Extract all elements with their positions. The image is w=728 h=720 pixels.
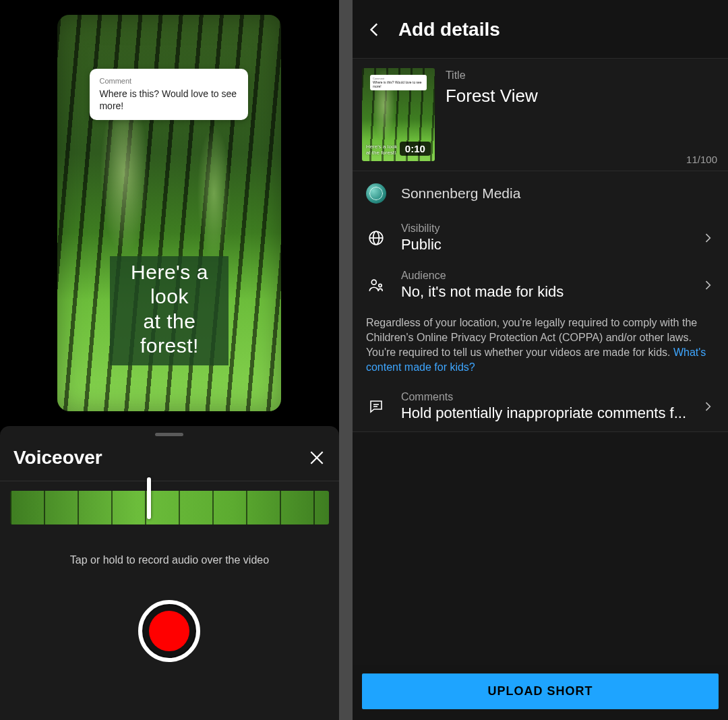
account-name: Sonnenberg Media — [401, 185, 520, 202]
upload-short-button[interactable]: UPLOAD SHORT — [362, 673, 719, 709]
title-fields: Title Forest View — [446, 68, 717, 161]
record-indicator-icon — [149, 611, 189, 651]
chevron-right-icon — [701, 278, 715, 292]
audience-value: No, it's not made for kids — [401, 283, 686, 301]
comments-icon — [366, 396, 386, 417]
comment-label: Comment — [99, 77, 239, 85]
account-row[interactable]: Sonnenberg Media — [353, 171, 728, 216]
timeline-playhead[interactable] — [147, 477, 151, 519]
caption-line-1: Here's a look — [113, 260, 226, 309]
account-avatar-icon — [366, 183, 386, 204]
voiceover-header: Voiceover — [0, 436, 339, 481]
timeline-wrap — [0, 481, 339, 524]
thumb-caption: Here's a look at the forest! — [366, 144, 397, 156]
audience-icon — [366, 275, 386, 295]
voiceover-hint: Tap or hold to record audio over the vid… — [0, 554, 339, 566]
screenshot-pair: Comment Where is this? Would love to see… — [0, 0, 728, 720]
svg-point-6 — [379, 284, 382, 287]
title-char-count: 11/100 — [686, 154, 717, 165]
back-icon[interactable] — [366, 21, 384, 38]
settings-section: Sonnenberg Media Visibility Public — [353, 171, 728, 431]
voiceover-timeline[interactable] — [10, 491, 329, 524]
chevron-right-icon — [701, 400, 715, 413]
voiceover-panel: Voiceover Tap or hold to record audio ov… — [0, 426, 339, 720]
chevron-right-icon — [701, 231, 715, 245]
title-value[interactable]: Forest View — [446, 86, 717, 107]
title-label: Title — [446, 69, 717, 82]
phone-add-details: Add details Comment Where is this? Would… — [353, 0, 728, 720]
comment-text: Where is this? Would love to see more! — [99, 88, 239, 112]
upload-bar: UPLOAD SHORT — [353, 665, 728, 720]
title-row[interactable]: Comment Where is this? Would love to see… — [353, 59, 728, 171]
caption-line-2: at the forest! — [113, 309, 226, 359]
record-button[interactable] — [138, 600, 200, 662]
globe-icon — [366, 228, 386, 248]
visibility-label: Visibility — [401, 222, 686, 235]
video-thumbnail[interactable]: Comment Where is this? Would love to see… — [362, 68, 435, 161]
thumb-comment-sticker: Comment Where is this? Would love to see… — [370, 75, 427, 90]
svg-point-5 — [371, 280, 376, 284]
comments-row[interactable]: Comments Hold potentially inappropriate … — [353, 384, 728, 431]
comments-value: Hold potentially inappropriate comments … — [401, 404, 686, 422]
caption-overlay: Here's a look at the forest! — [110, 256, 229, 365]
coppa-notice: Regardless of your location, you're lega… — [353, 310, 728, 384]
phone-voiceover: Comment Where is this? Would love to see… — [0, 0, 339, 720]
comment-sticker[interactable]: Comment Where is this? Would love to see… — [90, 69, 248, 120]
video-preview-area: Comment Where is this? Would love to see… — [0, 0, 339, 426]
visibility-value: Public — [401, 236, 686, 253]
details-header: Add details — [353, 0, 728, 58]
video-duration-badge: 0:10 — [400, 142, 431, 156]
video-preview[interactable]: Comment Where is this? Would love to see… — [57, 15, 281, 411]
close-icon[interactable] — [308, 449, 326, 467]
empty-space — [353, 432, 728, 665]
page-title: Add details — [398, 19, 500, 40]
audience-label: Audience — [401, 270, 686, 282]
voiceover-title: Voiceover — [13, 447, 102, 469]
audience-row[interactable]: Audience No, it's not made for kids — [353, 263, 728, 310]
visibility-row[interactable]: Visibility Public — [353, 216, 728, 263]
thumb-comment-text: Where is this? Would love to see more! — [373, 80, 424, 88]
coppa-text: Regardless of your location, you're lega… — [366, 317, 697, 358]
comments-label: Comments — [401, 391, 686, 403]
